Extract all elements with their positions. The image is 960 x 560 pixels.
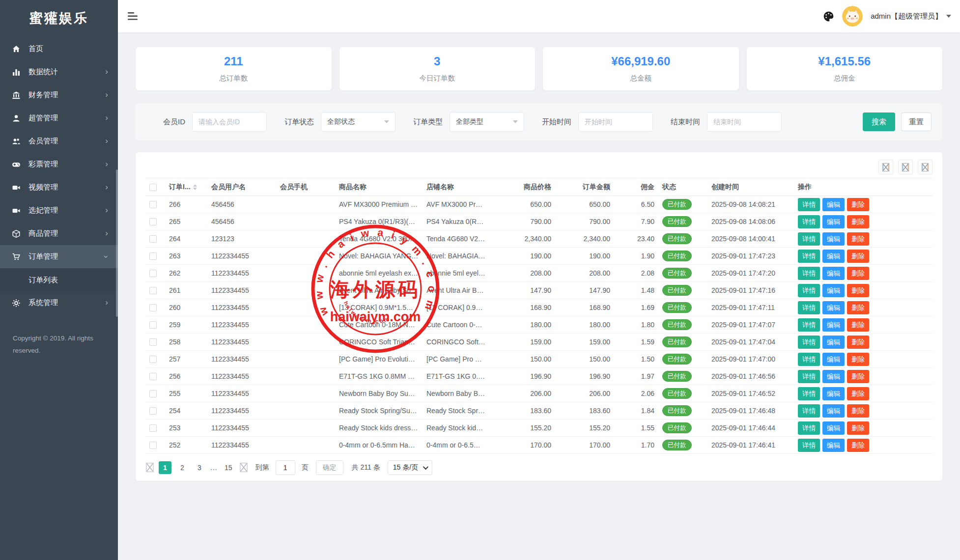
end-time-input[interactable] (707, 112, 782, 132)
admin-dropdown[interactable]: admin【超级管理员】 (871, 12, 951, 21)
detail-button[interactable]: 详情 (798, 215, 820, 228)
row-checkbox[interactable] (149, 218, 157, 225)
row-checkbox[interactable] (149, 442, 157, 449)
edit-button[interactable]: 编辑 (822, 370, 845, 383)
delete-button[interactable]: 删除 (847, 336, 869, 349)
sidebar-item-首页[interactable]: 首页 (0, 37, 118, 60)
delete-button[interactable]: 删除 (847, 215, 869, 228)
edit-button[interactable]: 编辑 (822, 421, 845, 435)
row-checkbox[interactable] (149, 390, 157, 397)
sidebar-item-选妃管理[interactable]: 选妃管理› (0, 199, 118, 222)
edit-button[interactable]: 编辑 (822, 284, 845, 297)
prev-page-button[interactable] (145, 462, 154, 473)
delete-button[interactable]: 删除 (847, 404, 869, 418)
table-toolbar-button-1[interactable] (878, 160, 893, 174)
order-type-select[interactable]: 全部类型 (450, 112, 524, 132)
row-checkbox[interactable] (149, 321, 157, 329)
sidebar-item-会员管理[interactable]: 会员管理› (0, 130, 118, 153)
edit-button[interactable]: 编辑 (822, 232, 845, 246)
edit-button[interactable]: 编辑 (822, 387, 845, 400)
detail-button[interactable]: 详情 (798, 267, 820, 280)
sidebar-scrollbar[interactable] (116, 169, 118, 317)
row-checkbox[interactable] (149, 338, 157, 346)
detail-button[interactable]: 详情 (798, 387, 820, 400)
detail-button[interactable]: 详情 (798, 370, 820, 383)
top-header: admin【超级管理员】 (118, 0, 960, 32)
row-checkbox[interactable] (149, 407, 157, 415)
sidebar-item-商品管理[interactable]: 商品管理› (0, 222, 118, 245)
detail-button[interactable]: 详情 (798, 353, 820, 366)
start-time-input[interactable] (578, 112, 653, 132)
detail-button[interactable]: 详情 (798, 284, 820, 297)
table-toolbar-button-2[interactable] (898, 160, 913, 174)
delete-button[interactable]: 删除 (847, 353, 869, 366)
row-checkbox[interactable] (149, 373, 157, 380)
theme-palette-icon[interactable] (823, 11, 834, 22)
sidebar-subitem-订单列表[interactable]: 订单列表 (0, 268, 118, 291)
delete-button[interactable]: 删除 (847, 284, 869, 297)
row-checkbox[interactable] (149, 270, 157, 277)
delete-button[interactable]: 删除 (847, 250, 869, 263)
edit-button[interactable]: 编辑 (822, 250, 845, 263)
detail-button[interactable]: 详情 (798, 421, 820, 435)
delete-button[interactable]: 删除 (847, 370, 869, 383)
row-checkbox[interactable] (149, 252, 157, 260)
edit-button[interactable]: 编辑 (822, 336, 845, 349)
page-number-3[interactable]: 3 (193, 461, 206, 474)
row-checkbox[interactable] (149, 304, 157, 311)
detail-button[interactable]: 详情 (798, 198, 820, 211)
edit-button[interactable]: 编辑 (822, 404, 845, 418)
user-avatar[interactable] (842, 6, 863, 27)
detail-button[interactable]: 详情 (798, 301, 820, 314)
table-header-row: 订单I... 会员用户名 会员手机 商品名称 店铺名称 商品价格 订单金额 佣金… (145, 178, 932, 196)
detail-button[interactable]: 详情 (798, 336, 820, 349)
page-number-1[interactable]: 1 (159, 461, 171, 474)
next-page-button[interactable] (239, 462, 248, 473)
sidebar-item-系统管理[interactable]: 系统管理› (0, 291, 118, 314)
order-status-select[interactable]: 全部状态 (321, 112, 395, 132)
edit-button[interactable]: 编辑 (822, 318, 845, 332)
sidebar-item-财务管理[interactable]: 财务管理› (0, 84, 118, 107)
delete-button[interactable]: 删除 (847, 301, 869, 314)
row-checkbox[interactable] (149, 287, 157, 294)
delete-button[interactable]: 删除 (847, 267, 869, 280)
row-checkbox[interactable] (149, 424, 157, 432)
reset-button[interactable]: 重置 (901, 112, 932, 131)
sort-icon[interactable] (193, 184, 197, 190)
row-checkbox[interactable] (149, 235, 157, 243)
edit-button[interactable]: 编辑 (822, 198, 845, 211)
detail-button[interactable]: 详情 (798, 232, 820, 246)
delete-button[interactable]: 删除 (847, 439, 869, 452)
sidebar-item-数据统计[interactable]: 数据统计› (0, 60, 118, 84)
edit-button[interactable]: 编辑 (822, 267, 845, 280)
page-size-select[interactable]: 15 条/页 (388, 460, 432, 475)
goto-confirm-button[interactable]: 确定 (316, 460, 343, 475)
edit-button[interactable]: 编辑 (822, 439, 845, 452)
sidebar-item-视频管理[interactable]: 视频管理› (0, 176, 118, 199)
edit-button[interactable]: 编辑 (822, 215, 845, 228)
delete-button[interactable]: 删除 (847, 232, 869, 246)
hamburger-menu-icon[interactable] (128, 12, 139, 21)
delete-button[interactable]: 删除 (847, 318, 869, 332)
row-checkbox[interactable] (149, 201, 157, 208)
select-all-checkbox[interactable] (149, 184, 157, 191)
delete-button[interactable]: 删除 (847, 198, 869, 211)
detail-button[interactable]: 详情 (798, 318, 820, 332)
sidebar-item-超管管理[interactable]: 超管管理› (0, 107, 118, 130)
page-number-15[interactable]: 15 (222, 461, 235, 474)
detail-button[interactable]: 详情 (798, 439, 820, 452)
goto-page-input[interactable] (276, 460, 295, 475)
member-id-input[interactable] (192, 112, 267, 132)
search-button[interactable]: 搜索 (863, 112, 895, 131)
sidebar-item-订单管理[interactable]: 订单管理› (0, 245, 118, 268)
edit-button[interactable]: 编辑 (822, 301, 845, 314)
delete-button[interactable]: 删除 (847, 387, 869, 400)
detail-button[interactable]: 详情 (798, 404, 820, 418)
detail-button[interactable]: 详情 (798, 250, 820, 263)
delete-button[interactable]: 删除 (847, 421, 869, 435)
page-number-2[interactable]: 2 (176, 461, 189, 474)
row-checkbox[interactable] (149, 356, 157, 363)
sidebar-item-彩票管理[interactable]: 彩票管理› (0, 153, 118, 176)
table-toolbar-button-3[interactable] (918, 160, 932, 174)
edit-button[interactable]: 编辑 (822, 353, 845, 366)
